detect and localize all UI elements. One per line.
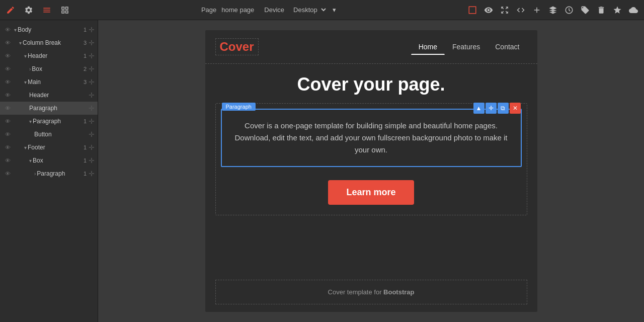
- nav-features[interactable]: Features: [445, 39, 488, 55]
- paragraph-badge: Paragraph: [222, 103, 256, 111]
- hero-title: Cover your page.: [215, 74, 527, 95]
- pen-icon[interactable]: [5, 5, 16, 16]
- canvas-area: Cover Home Features Contact Cover your p…: [98, 20, 644, 322]
- main-area: 👁 ▾ Body 1 ✛ 👁 ▾ Column Break 3 ✛ 👁 ▾ He…: [0, 20, 644, 322]
- drag-header2[interactable]: ✛: [89, 91, 95, 99]
- device-select[interactable]: Desktop Tablet Mobile: [289, 5, 328, 15]
- footer-text: Cover template for: [328, 288, 384, 296]
- brand-logo[interactable]: Cover: [215, 38, 259, 55]
- eye-para1[interactable]: 👁: [3, 104, 12, 113]
- hero-body-text: Cover is a one-page template for buildin…: [232, 120, 511, 156]
- cta-area: Learn more: [221, 175, 522, 210]
- eye-header2[interactable]: 👁: [3, 91, 12, 100]
- tree-item-paragraph2[interactable]: 👁 ▾ Paragraph 1 ✛: [0, 115, 98, 128]
- toolbar-left: [5, 5, 70, 16]
- drag-box2[interactable]: ✛: [89, 156, 95, 165]
- ctrl-delete[interactable]: ✕: [510, 103, 521, 114]
- page-name[interactable]: home page: [221, 6, 254, 14]
- drag-para1[interactable]: ✛: [89, 104, 95, 112]
- tree-item-header[interactable]: 👁 ▾ Header 1 ✛: [0, 49, 98, 62]
- eye-column-break[interactable]: 👁: [3, 38, 12, 47]
- layer-tree-sidebar: 👁 ▾ Body 1 ✛ 👁 ▾ Column Break 3 ✛ 👁 ▾ He…: [0, 20, 98, 322]
- tree-item-paragraph1[interactable]: 👁 Paragraph ✛: [0, 102, 98, 115]
- menu-icon[interactable]: [41, 5, 52, 16]
- tree-item-column-break[interactable]: 👁 ▾ Column Break 3 ✛: [0, 36, 98, 49]
- drag-body[interactable]: ✛: [89, 26, 95, 34]
- ctrl-up[interactable]: ▲: [473, 103, 485, 114]
- eye-icon[interactable]: [483, 5, 494, 16]
- drag-para3[interactable]: ✛: [89, 170, 95, 178]
- eye-main[interactable]: 👁: [3, 77, 12, 87]
- drag-header[interactable]: ✛: [89, 52, 95, 60]
- tag-icon[interactable]: [580, 5, 591, 16]
- hero-content-box[interactable]: Paragraph ▲ ✛ ⧉ ✕ Cover is a one-page te…: [221, 109, 522, 167]
- nav-contact[interactable]: Contact: [488, 39, 527, 55]
- drag-column-break[interactable]: ✛: [89, 39, 95, 47]
- fullscreen-icon[interactable]: [499, 5, 510, 16]
- code-icon[interactable]: [515, 5, 526, 16]
- footer-link[interactable]: Bootstrap: [383, 288, 414, 296]
- cloud-icon[interactable]: [628, 5, 639, 16]
- footer-area: Cover template for Bootstrap: [215, 280, 527, 304]
- tree-item-paragraph3[interactable]: 👁 › Paragraph 1 ✛: [0, 167, 98, 180]
- eye-para3[interactable]: 👁: [3, 169, 12, 178]
- eye-header[interactable]: 👁: [3, 51, 12, 60]
- top-toolbar: Page home page Device Desktop Tablet Mob…: [0, 0, 644, 20]
- page-label: Page: [201, 6, 216, 14]
- drag-box1[interactable]: ✛: [89, 65, 95, 73]
- ctrl-duplicate[interactable]: ⧉: [498, 103, 509, 114]
- device-label: Device: [264, 6, 284, 14]
- plus-icon[interactable]: [531, 5, 542, 16]
- page-nav: Cover Home Features Contact: [205, 30, 537, 64]
- tree-item-body[interactable]: 👁 ▾ Body 1 ✛: [0, 23, 98, 36]
- hero-section: Cover your page. Paragraph ▲ ✛ ⧉ ✕ Cover…: [205, 64, 537, 280]
- page-canvas: Cover Home Features Contact Cover your p…: [205, 30, 537, 312]
- circle-icon[interactable]: [564, 5, 575, 16]
- eye-footer[interactable]: 👁: [3, 143, 12, 152]
- eye-box2[interactable]: 👁: [3, 156, 12, 165]
- toolbar-center: Page home page Device Desktop Tablet Mob…: [201, 5, 336, 15]
- drag-main[interactable]: ✛: [89, 78, 95, 86]
- nav-links: Home Features Contact: [411, 39, 527, 55]
- tree-item-box1[interactable]: 👁 › Box 2 ✛: [0, 62, 98, 75]
- eye-body[interactable]: 👁: [3, 25, 12, 34]
- toolbar-right: [467, 5, 639, 16]
- tree-item-box2[interactable]: 👁 ▾ Box 1 ✛: [0, 154, 98, 167]
- drag-para2[interactable]: ✛: [89, 117, 95, 125]
- tree-item-header2[interactable]: 👁 Header ✛: [0, 89, 98, 102]
- drag-footer[interactable]: ✛: [89, 143, 95, 151]
- hero-outer-box[interactable]: Paragraph ▲ ✛ ⧉ ✕ Cover is a one-page te…: [215, 103, 527, 215]
- eye-para2[interactable]: 👁: [3, 117, 12, 126]
- trash-icon[interactable]: [596, 5, 607, 16]
- square-icon[interactable]: [467, 5, 478, 16]
- ctrl-move[interactable]: ✛: [486, 103, 497, 114]
- eye-button[interactable]: 👁: [3, 130, 12, 139]
- learn-more-button[interactable]: Learn more: [328, 180, 414, 205]
- tree-item-footer[interactable]: 👁 ▾ Footer 1 ✛: [0, 141, 98, 154]
- grid-icon[interactable]: [59, 5, 70, 16]
- nav-home[interactable]: Home: [411, 39, 445, 55]
- hero-spacer: [215, 219, 527, 270]
- eye-box1[interactable]: 👁: [3, 64, 12, 73]
- settings-icon[interactable]: [23, 5, 34, 16]
- tree-item-button[interactable]: 👁 Button ✛: [0, 128, 98, 141]
- drag-button[interactable]: ✛: [89, 130, 95, 138]
- component-icon[interactable]: [547, 5, 558, 16]
- svg-rect-0: [469, 7, 476, 14]
- tree-item-main[interactable]: 👁 ▾ Main 3 ✛: [0, 75, 98, 89]
- star-icon[interactable]: [612, 5, 623, 16]
- paragraph-controls: ▲ ✛ ⧉ ✕: [473, 103, 521, 114]
